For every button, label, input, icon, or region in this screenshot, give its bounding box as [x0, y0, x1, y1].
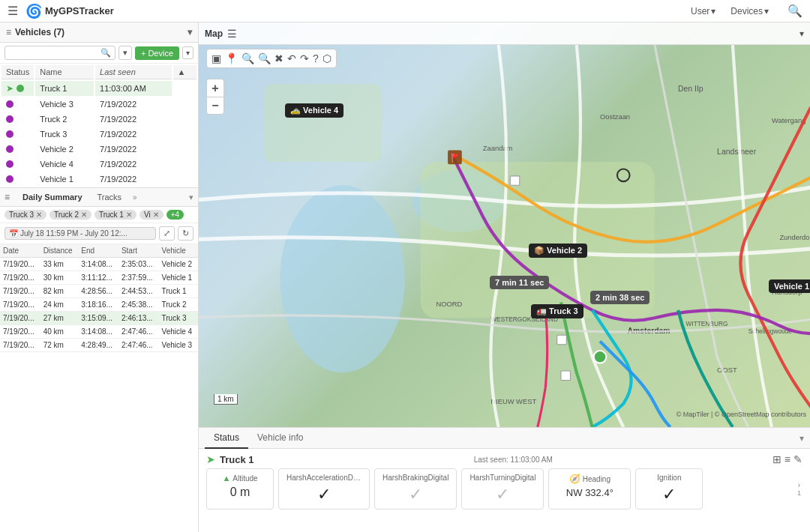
- vehicles-expand-icon[interactable]: ▾: [188, 27, 192, 37]
- clear-tool-icon[interactable]: ✖: [274, 52, 284, 64]
- track-row[interactable]: 7/19/20... 82 km 4:28:56... 2:44:53... T…: [0, 285, 198, 298]
- harsh-accel-card: HarshAccelerationDigi... ✓: [278, 468, 370, 510]
- redo-tool-icon[interactable]: ↷: [300, 52, 309, 64]
- vehicle-search-box[interactable]: 🔍: [4, 46, 116, 60]
- daily-summary-tab[interactable]: Daily Summary: [19, 191, 86, 203]
- track-row[interactable]: 7/19/20... 27 km 3:15:09... 2:46:13... T…: [0, 312, 198, 325]
- vehicle-name-cell: Truck 1: [35, 81, 94, 96]
- vehicle-last-seen-cell: 7/19/2022: [95, 157, 171, 171]
- info-tabs: Status Vehicle info ▾: [199, 428, 810, 449]
- map-header-menu-icon[interactable]: ☰: [227, 28, 237, 40]
- vehicle-row[interactable]: Vehicle 2 7/19/2022: [2, 142, 196, 156]
- zoom-tool-icon[interactable]: 🔍: [258, 52, 271, 64]
- vehicle-search-input[interactable]: [9, 49, 100, 58]
- more-chips-button[interactable]: +4: [166, 210, 184, 220]
- track-date-cell: 7/19/20...: [0, 339, 40, 352]
- help-tool-icon[interactable]: ?: [313, 52, 319, 64]
- select-tool-icon[interactable]: ▣: [212, 52, 221, 64]
- info-vehicle-name: Truck 1: [220, 454, 254, 465]
- track-chip-truck3: Truck 3 ✕: [4, 210, 46, 220]
- vehicle-status-cell: [2, 112, 34, 126]
- name-col-header: Name: [35, 65, 94, 79]
- track-row[interactable]: 7/19/20... 40 km 3:14:08... 2:47:46... V…: [0, 325, 198, 339]
- search-icon[interactable]: 🔍: [788, 4, 802, 18]
- tracks-expand-icon[interactable]: ▾: [189, 193, 194, 202]
- date-col-header: Date: [0, 244, 40, 258]
- svg-point-24: [594, 351, 607, 363]
- track-end-cell: 4:28:49...: [78, 339, 118, 352]
- vehicle-info-tab[interactable]: Vehicle info: [248, 428, 312, 449]
- undo-tool-icon[interactable]: ↶: [287, 52, 296, 64]
- hamburger-icon[interactable]: ☰: [8, 4, 18, 18]
- tabs-header: ≡ Daily Summary Tracks » ▾: [0, 188, 198, 207]
- vehicle-row[interactable]: Truck 2 7/19/2022: [2, 112, 196, 126]
- zoom-out-button[interactable]: −: [206, 97, 224, 115]
- map-header-expand-icon[interactable]: ▾: [800, 28, 804, 39]
- vehicle-row[interactable]: Vehicle 1 7/19/2022: [2, 172, 196, 186]
- zoom-in-button[interactable]: +: [206, 79, 224, 97]
- track-end-cell: 3:11:12...: [78, 271, 118, 285]
- tab-expand-arrow[interactable]: »: [133, 193, 137, 202]
- devices-caret-icon: ▾: [764, 6, 769, 16]
- vehicles-hamburger-icon: ≡: [6, 27, 11, 37]
- track-start-cell: 2:45:38...: [118, 298, 159, 312]
- vehicle-dot: [16, 85, 24, 92]
- track-row[interactable]: 7/19/20... 24 km 3:18:16... 2:45:38... T…: [0, 298, 198, 312]
- remove-truck3-icon[interactable]: ✕: [36, 211, 42, 219]
- filter-button[interactable]: ▾: [118, 46, 132, 60]
- info-content: ➤ Truck 1 Last seen: 11:03:00 AM ⊞ ≡ ✎: [199, 449, 810, 532]
- altitude-label: Altitude: [232, 474, 257, 483]
- grid-view-icon[interactable]: ⊞: [772, 453, 782, 465]
- list-view-icon[interactable]: ≡: [784, 453, 790, 465]
- track-chip-vi: Vi ✕: [140, 210, 164, 220]
- user-menu[interactable]: User ▾: [691, 6, 716, 16]
- marker-tool-icon[interactable]: 📍: [225, 52, 238, 64]
- track-vehicle-cell: Vehicle 4: [159, 325, 198, 339]
- tracks-tab[interactable]: Tracks: [94, 191, 126, 203]
- vehicle-row[interactable]: Truck 3 7/19/2022: [2, 127, 196, 141]
- map-area[interactable]: Den IIp Oostzaan Watergang Landsmeer Bro…: [199, 22, 810, 427]
- info-expand-icon[interactable]: ▾: [800, 433, 804, 444]
- status-tab[interactable]: Status: [205, 428, 248, 449]
- metric-cards: ▲ Altitude 0 m HarshAccelerationDigi... …: [206, 468, 791, 510]
- track-row[interactable]: 7/19/20... 30 km 3:11:12... 2:37:59... V…: [0, 271, 198, 285]
- track-end-cell: 3:14:08...: [78, 325, 118, 339]
- date-range-button[interactable]: 📅 July 18 11:59 PM - July 20 12:...: [4, 227, 156, 240]
- sort-col-header[interactable]: ▲: [173, 65, 196, 79]
- add-device-dropdown-button[interactable]: ▾: [182, 46, 194, 59]
- metric-nav-next[interactable]: › 1: [796, 468, 802, 510]
- track-date-cell: 7/19/20...: [0, 271, 40, 285]
- track-row[interactable]: 7/19/20... 33 km 3:14:08... 2:35:03... V…: [0, 258, 198, 271]
- harsh-turning-card: HarshTurningDigital ✓: [461, 468, 544, 510]
- end-col-header: End: [78, 244, 118, 258]
- track-end-cell: 3:14:08...: [78, 258, 118, 271]
- svg-text:Zunderdorp: Zunderdorp: [779, 234, 810, 241]
- logo-icon: 🌀: [26, 3, 42, 19]
- add-device-button[interactable]: + Device: [135, 46, 179, 60]
- devices-menu[interactable]: Devices ▾: [730, 6, 769, 16]
- hamburger-tabs-icon: ≡: [4, 192, 10, 202]
- vehicle-row[interactable]: Vehicle 3 7/19/2022: [2, 97, 196, 111]
- harsh-accel-value: ✓: [317, 485, 331, 504]
- remove-truck2-icon[interactable]: ✕: [81, 211, 87, 219]
- refresh-button[interactable]: ↻: [178, 226, 194, 241]
- vehicle-row[interactable]: Vehicle 4 7/19/2022: [2, 157, 196, 171]
- track-distance-cell: 40 km: [40, 325, 79, 339]
- track-row[interactable]: 7/19/20... 72 km 4:28:49... 2:47:46... V…: [0, 339, 198, 352]
- remove-vi-icon[interactable]: ✕: [153, 211, 159, 219]
- vehicle-row[interactable]: ➤ Truck 1 11:03:00 AM: [2, 81, 196, 96]
- track-distance-cell: 24 km: [40, 298, 79, 312]
- vehicle-last-seen-cell: 7/19/2022: [95, 97, 171, 111]
- layers-tool-icon[interactable]: ⬡: [322, 52, 332, 64]
- vehicle-toolbar: 🔍 ▾ + Device ▾: [0, 43, 198, 64]
- map-zoom-controls: + −: [206, 79, 224, 115]
- track-vehicle-cell: Truck 3: [159, 312, 198, 325]
- map-scale: 1 km: [214, 394, 238, 405]
- track-distance-cell: 30 km: [40, 271, 79, 285]
- edit-icon[interactable]: ✎: [794, 453, 802, 465]
- remove-truck1-icon[interactable]: ✕: [126, 211, 132, 219]
- search-tool-icon[interactable]: 🔍: [242, 52, 254, 64]
- plus-icon: +: [141, 49, 146, 58]
- fit-button[interactable]: ⤢: [159, 226, 175, 241]
- harsh-turning-label: HarshTurningDigital: [470, 474, 536, 482]
